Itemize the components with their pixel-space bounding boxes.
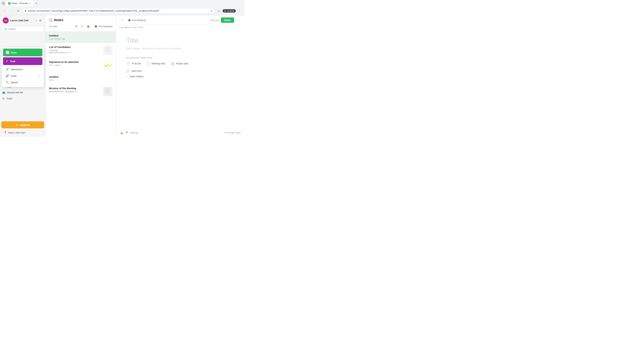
shared-icon: 👥 — [2, 91, 5, 94]
more-options-btn[interactable]: ··· — [236, 18, 241, 22]
note-content: Minutes of the Meeting Recorded Points: … — [49, 87, 101, 93]
note-content: Signature-to be attached Feb 1 @sam — [49, 60, 101, 66]
note-thumbnail — [103, 45, 112, 55]
note-tags: @john @jane @grace +2 — [49, 51, 101, 53]
nav-bar: ‹ › ↻ evernote.com/client/web?_sourcePag… — [0, 7, 244, 15]
bookmark-icon[interactable] — [210, 10, 213, 12]
note-subtitle: Recorded Points: Delegation of — [49, 90, 101, 93]
note-title: List of Candidates — [49, 45, 101, 48]
help-icon: ❓ — [4, 131, 7, 134]
back-btn[interactable]: ‹ — [2, 8, 8, 13]
svg-rect-11 — [105, 90, 110, 90]
tab-close-btn[interactable]: ✕ — [29, 2, 31, 5]
lock-icon — [24, 10, 27, 12]
note-content: List of Candidates Yesterday @john @jane… — [49, 45, 101, 53]
notes-list-panel: 📋 Notes 12 notes ⇅ ⚡ ▦ 📓 First Notebook — [46, 15, 116, 137]
editor-header: ⤢ 📓 First Notebook Only you Share ··· — [116, 15, 244, 25]
note-content: Untitled a few minutes ago — [49, 34, 112, 40]
note-item[interactable]: Minutes of the Meeting Recorded Points: … — [46, 84, 116, 99]
svg-rect-14 — [105, 92, 108, 92]
sketch-item[interactable]: ✏️ Sketch — [3, 79, 42, 86]
location-icon[interactable]: 📍 — [125, 131, 129, 135]
note-item[interactable]: Signature-to be attached Feb 1 @sam — [46, 58, 116, 73]
notes-list-header: 📋 Notes 12 notes ⇅ ⚡ ▦ 📓 First Notebook — [46, 15, 116, 31]
note-body-placeholder[interactable]: Start writing, drag files or start from … — [126, 47, 234, 50]
share-button[interactable]: Share — [221, 17, 234, 23]
sidebar-item-shared[interactable]: 👥 Shared with Me — [0, 89, 46, 95]
help-link[interactable]: ❓ Need a little help? — [1, 130, 44, 135]
notebook-link[interactable]: 📓 First Notebook — [92, 25, 112, 28]
upgrade-icon: ⭐ — [16, 123, 18, 126]
settings-icon[interactable]: ⚙ — [38, 18, 43, 23]
footer-left: 🔔 📍 Add tag — [120, 131, 138, 135]
svg-rect-13 — [105, 91, 110, 92]
reload-btn[interactable]: ↻ — [16, 8, 21, 13]
browser-chrome: Notes - Evernote ✕ + ‹ › ↻ evernote.com/… — [0, 0, 244, 15]
note-item[interactable]: Untitled a few minutes ago — [46, 31, 116, 43]
note-title: Minutes of the Meeting — [49, 87, 101, 90]
cast-btn[interactable]: ▭ — [216, 8, 222, 13]
editor-footer: 🔔 📍 Add tag All changes saved — [116, 129, 244, 137]
search-bar[interactable]: 🔍 Search — [2, 26, 44, 32]
upgrade-button[interactable]: ⭐ Upgrade — [1, 121, 44, 128]
svg-rect-4 — [105, 49, 110, 49]
address-bar[interactable]: evernote.com/client/web?_sourcePage=ze9b… — [22, 8, 215, 13]
new-note-button[interactable]: ⬜ Note — [3, 49, 42, 56]
sidebar: LD Lauren Dale Deli ▾ ⚙ 🔍 Search ⬜ Note … — [0, 15, 46, 137]
user-chevron-icon[interactable]: ▾ — [36, 19, 37, 21]
open-gallery-item[interactable]: ··· Open Gallery — [126, 75, 234, 78]
evernote-favicon — [8, 2, 11, 5]
editor-header-left: ⤢ 📓 First Notebook — [120, 18, 146, 22]
browser-nav-right: ▭ Incognito ⋮ — [216, 8, 242, 13]
template-meeting[interactable]: 📄 Meeting note — [146, 61, 165, 65]
cursor-area: ↖ — [38, 75, 40, 77]
note-item-inner: List of Candidates Yesterday @john @jane… — [49, 45, 112, 55]
filter-btn[interactable]: ⚡ — [80, 24, 84, 29]
new-task-button[interactable]: ✓ Task — [3, 57, 42, 65]
editor-last-edited: Last edited on Feb 3, 2024 — [116, 25, 244, 30]
notes-count: 12 notes — [49, 25, 72, 28]
sketch-icon: ✏️ — [6, 81, 9, 84]
svg-rect-0 — [25, 11, 26, 11]
editor-body[interactable]: Title Start writing, drag files or start… — [116, 30, 244, 129]
fullscreen-btn[interactable]: ⤢ — [120, 18, 124, 22]
tab-prev-btn[interactable] — [1, 1, 5, 5]
forward-btn[interactable]: › — [9, 8, 14, 13]
svg-rect-6 — [105, 51, 110, 51]
reminder-icon[interactable]: 🔔 — [120, 131, 124, 135]
sidebar-item-trash[interactable]: 🗑 Trash — [0, 95, 46, 102]
sidebar-header: LD Lauren Dale Deli ▾ ⚙ — [0, 15, 46, 25]
svg-rect-10 — [105, 88, 110, 89]
active-tab[interactable]: Notes - Evernote ✕ — [6, 0, 33, 6]
note-item[interactable]: List of Candidates Yesterday @john @jane… — [46, 43, 116, 58]
note-title-placeholder[interactable]: Title — [126, 37, 234, 44]
add-more-templates[interactable]: ⊞ Add more — [126, 69, 234, 73]
sort-btn[interactable]: ⇅ — [74, 24, 78, 29]
new-tab-btn[interactable]: + — [34, 1, 38, 6]
note-content: Untitled Feb 1 — [49, 75, 112, 81]
note-item-inner: Minutes of the Meeting Recorded Points: … — [49, 87, 112, 96]
template-project[interactable]: 📊 Project plan — [170, 61, 188, 65]
note-title: Untitled — [49, 34, 112, 37]
note-tag: @sam — [55, 64, 60, 66]
note-sketch-thumbnail — [103, 60, 112, 70]
editor-panel: ⤢ 📓 First Notebook Only you Share ··· La… — [116, 15, 244, 137]
view-btn[interactable]: ▦ — [86, 24, 90, 29]
editor-notebook-link[interactable]: 📓 First Notebook — [126, 19, 146, 21]
note-meta: Yesterday — [49, 49, 101, 51]
note-meta: a few minutes ago — [49, 38, 112, 40]
main-content: 📋 Notes 12 notes ⇅ ⚡ ▦ 📓 First Notebook — [46, 15, 244, 137]
template-project-icon: 📊 — [170, 61, 174, 65]
attachment-item[interactable]: 🔗 Attachment — [3, 66, 42, 72]
svg-rect-7 — [105, 52, 110, 52]
editor-header-right: Only you Share ··· — [210, 17, 241, 23]
audio-item[interactable]: 🎤 Audio ↖ — [3, 72, 42, 79]
browser-menu-btn[interactable]: ⋮ — [237, 8, 242, 13]
note-item[interactable]: Untitled Feb 1 — [46, 73, 116, 84]
add-tag-btn[interactable]: Add tag — [130, 131, 138, 134]
note-meta: Feb 1 — [49, 79, 112, 81]
notes-toolbar: 12 notes ⇅ ⚡ ▦ 📓 First Notebook — [49, 24, 112, 29]
search-icon: 🔍 — [4, 28, 7, 30]
svg-rect-8 — [103, 60, 112, 70]
template-todo[interactable]: ☑ To-do list — [126, 61, 141, 65]
